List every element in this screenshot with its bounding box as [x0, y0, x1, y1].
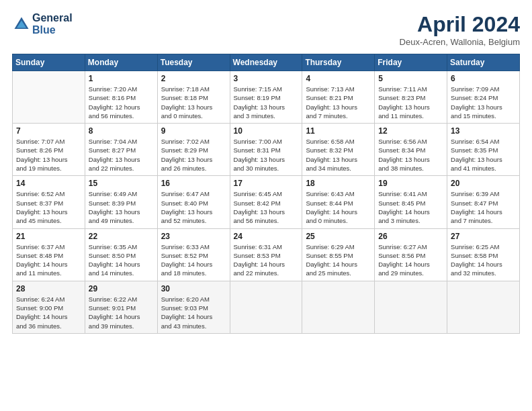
weekday-header-monday: Monday — [85, 54, 157, 71]
day-number: 25 — [306, 232, 371, 241]
day-info: Sunrise: 6:29 AM Sunset: 8:55 PM Dayligh… — [306, 242, 371, 278]
day-cell: 24Sunrise: 6:31 AM Sunset: 8:53 PM Dayli… — [230, 228, 302, 281]
day-cell — [447, 281, 520, 333]
day-info: Sunrise: 7:20 AM Sunset: 8:16 PM Dayligh… — [89, 85, 154, 120]
day-cell: 5Sunrise: 7:11 AM Sunset: 8:23 PM Daylig… — [375, 71, 447, 124]
day-info: Sunrise: 7:13 AM Sunset: 8:21 PM Dayligh… — [306, 85, 371, 120]
day-cell: 20Sunrise: 6:39 AM Sunset: 8:47 PM Dayli… — [447, 176, 520, 228]
week-row-2: 14Sunrise: 6:52 AM Sunset: 8:37 PM Dayli… — [13, 176, 520, 228]
day-cell: 28Sunrise: 6:24 AM Sunset: 9:00 PM Dayli… — [13, 281, 85, 333]
day-cell — [13, 71, 85, 124]
day-number: 4 — [306, 74, 371, 83]
day-cell: 16Sunrise: 6:47 AM Sunset: 8:40 PM Dayli… — [157, 176, 230, 228]
day-number: 6 — [451, 74, 516, 83]
day-info: Sunrise: 6:58 AM Sunset: 8:32 PM Dayligh… — [306, 137, 371, 173]
day-info: Sunrise: 6:41 AM Sunset: 8:45 PM Dayligh… — [378, 189, 443, 225]
day-number: 14 — [16, 179, 81, 188]
day-number: 8 — [89, 126, 154, 136]
day-number: 15 — [89, 179, 154, 188]
day-number: 28 — [16, 284, 81, 293]
day-number: 17 — [234, 179, 299, 188]
day-info: Sunrise: 7:02 AM Sunset: 8:29 PM Dayligh… — [161, 137, 226, 173]
day-number: 21 — [16, 232, 81, 241]
day-number: 11 — [306, 126, 371, 136]
day-info: Sunrise: 6:39 AM Sunset: 8:47 PM Dayligh… — [451, 189, 516, 225]
day-number: 2 — [161, 74, 226, 83]
location: Deux-Acren, Wallonia, Belgium — [400, 37, 520, 47]
day-info: Sunrise: 7:07 AM Sunset: 8:26 PM Dayligh… — [16, 137, 81, 173]
day-info: Sunrise: 6:47 AM Sunset: 8:40 PM Dayligh… — [161, 189, 226, 225]
day-number: 1 — [89, 74, 154, 83]
day-info: Sunrise: 6:27 AM Sunset: 8:56 PM Dayligh… — [378, 242, 443, 278]
day-info: Sunrise: 7:04 AM Sunset: 8:27 PM Dayligh… — [89, 137, 154, 173]
day-cell: 29Sunrise: 6:22 AM Sunset: 9:01 PM Dayli… — [85, 281, 157, 333]
day-info: Sunrise: 6:56 AM Sunset: 8:34 PM Dayligh… — [378, 137, 443, 173]
day-number: 12 — [378, 126, 443, 136]
day-number: 19 — [378, 179, 443, 188]
day-info: Sunrise: 6:45 AM Sunset: 8:42 PM Dayligh… — [234, 189, 299, 225]
day-cell — [375, 281, 447, 333]
day-info: Sunrise: 6:52 AM Sunset: 8:37 PM Dayligh… — [16, 189, 81, 225]
weekday-header-tuesday: Tuesday — [157, 54, 230, 71]
day-number: 16 — [161, 179, 226, 188]
weekday-header-sunday: Sunday — [13, 54, 85, 71]
weekday-header-wednesday: Wednesday — [230, 54, 302, 71]
day-cell: 12Sunrise: 6:56 AM Sunset: 8:34 PM Dayli… — [375, 124, 447, 176]
day-info: Sunrise: 6:49 AM Sunset: 8:39 PM Dayligh… — [89, 189, 154, 225]
day-cell: 2Sunrise: 7:18 AM Sunset: 8:18 PM Daylig… — [157, 71, 230, 124]
week-row-0: 1Sunrise: 7:20 AM Sunset: 8:16 PM Daylig… — [13, 71, 520, 124]
logo-text: General Blue — [32, 12, 73, 36]
weekday-header-thursday: Thursday — [302, 54, 375, 71]
day-info: Sunrise: 7:09 AM Sunset: 8:24 PM Dayligh… — [451, 85, 516, 120]
day-info: Sunrise: 7:00 AM Sunset: 8:31 PM Dayligh… — [234, 137, 299, 173]
day-info: Sunrise: 7:18 AM Sunset: 8:18 PM Dayligh… — [161, 85, 226, 120]
day-cell — [302, 281, 375, 333]
day-cell: 14Sunrise: 6:52 AM Sunset: 8:37 PM Dayli… — [13, 176, 85, 228]
day-cell: 21Sunrise: 6:37 AM Sunset: 8:48 PM Dayli… — [13, 228, 85, 281]
week-row-4: 28Sunrise: 6:24 AM Sunset: 9:00 PM Dayli… — [13, 281, 520, 333]
day-number: 29 — [89, 284, 154, 293]
day-cell: 7Sunrise: 7:07 AM Sunset: 8:26 PM Daylig… — [13, 124, 85, 176]
day-cell: 23Sunrise: 6:33 AM Sunset: 8:52 PM Dayli… — [157, 228, 230, 281]
title-area: April 2024 Deux-Acren, Wallonia, Belgium — [400, 12, 520, 47]
day-number: 9 — [161, 126, 226, 136]
day-cell: 6Sunrise: 7:09 AM Sunset: 8:24 PM Daylig… — [447, 71, 520, 124]
day-cell: 30Sunrise: 6:20 AM Sunset: 9:03 PM Dayli… — [157, 281, 230, 333]
day-cell: 27Sunrise: 6:25 AM Sunset: 8:58 PM Dayli… — [447, 228, 520, 281]
header: General Blue April 2024 Deux-Acren, Wall… — [12, 12, 520, 47]
day-number: 26 — [378, 232, 443, 241]
logo-icon — [12, 15, 31, 34]
day-info: Sunrise: 6:24 AM Sunset: 9:00 PM Dayligh… — [16, 295, 81, 330]
day-cell: 9Sunrise: 7:02 AM Sunset: 8:29 PM Daylig… — [157, 124, 230, 176]
day-cell: 25Sunrise: 6:29 AM Sunset: 8:55 PM Dayli… — [302, 228, 375, 281]
day-number: 30 — [161, 284, 226, 293]
calendar-table: SundayMondayTuesdayWednesdayThursdayFrid… — [12, 54, 520, 334]
calendar-body: 1Sunrise: 7:20 AM Sunset: 8:16 PM Daylig… — [13, 71, 520, 334]
weekday-header-saturday: Saturday — [447, 54, 520, 71]
day-cell: 11Sunrise: 6:58 AM Sunset: 8:32 PM Dayli… — [302, 124, 375, 176]
week-row-3: 21Sunrise: 6:37 AM Sunset: 8:48 PM Dayli… — [13, 228, 520, 281]
day-info: Sunrise: 7:15 AM Sunset: 8:19 PM Dayligh… — [234, 85, 299, 120]
day-number: 5 — [378, 74, 443, 83]
day-cell: 22Sunrise: 6:35 AM Sunset: 8:50 PM Dayli… — [85, 228, 157, 281]
day-number: 23 — [161, 232, 226, 241]
day-number: 3 — [234, 74, 299, 83]
calendar-header: SundayMondayTuesdayWednesdayThursdayFrid… — [13, 54, 520, 71]
page: General Blue April 2024 Deux-Acren, Wall… — [0, 0, 532, 411]
day-info: Sunrise: 6:20 AM Sunset: 9:03 PM Dayligh… — [161, 295, 226, 330]
day-cell — [230, 281, 302, 333]
day-info: Sunrise: 6:22 AM Sunset: 9:01 PM Dayligh… — [89, 295, 154, 330]
day-cell: 26Sunrise: 6:27 AM Sunset: 8:56 PM Dayli… — [375, 228, 447, 281]
day-cell: 18Sunrise: 6:43 AM Sunset: 8:44 PM Dayli… — [302, 176, 375, 228]
day-cell: 1Sunrise: 7:20 AM Sunset: 8:16 PM Daylig… — [85, 71, 157, 124]
day-info: Sunrise: 6:25 AM Sunset: 8:58 PM Dayligh… — [451, 242, 516, 278]
day-cell: 13Sunrise: 6:54 AM Sunset: 8:35 PM Dayli… — [447, 124, 520, 176]
day-cell: 8Sunrise: 7:04 AM Sunset: 8:27 PM Daylig… — [85, 124, 157, 176]
day-cell: 10Sunrise: 7:00 AM Sunset: 8:31 PM Dayli… — [230, 124, 302, 176]
day-number: 10 — [234, 126, 299, 136]
day-cell: 3Sunrise: 7:15 AM Sunset: 8:19 PM Daylig… — [230, 71, 302, 124]
day-info: Sunrise: 6:54 AM Sunset: 8:35 PM Dayligh… — [451, 137, 516, 173]
day-info: Sunrise: 6:37 AM Sunset: 8:48 PM Dayligh… — [16, 242, 81, 278]
day-cell: 4Sunrise: 7:13 AM Sunset: 8:21 PM Daylig… — [302, 71, 375, 124]
month-title: April 2024 — [400, 12, 520, 37]
